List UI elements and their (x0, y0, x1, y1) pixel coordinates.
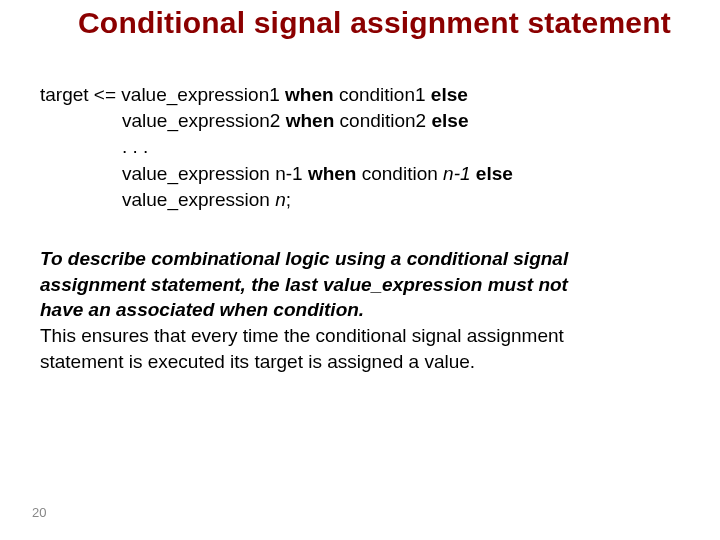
text: condition1 (334, 84, 431, 105)
syntax-line-5: value_expression n; (40, 187, 700, 213)
desc-line-4: This ensures that every time the conditi… (40, 323, 680, 349)
keyword-else: else (476, 163, 513, 184)
desc-line-3: have an associated when condition. (40, 297, 680, 323)
keyword-when: when (308, 163, 357, 184)
desc-line-1: To describe combinational logic using a … (40, 246, 680, 272)
text-italic: n-1 (443, 163, 476, 184)
keyword-else: else (431, 84, 468, 105)
text: condition2 (334, 110, 431, 131)
syntax-line-1: target <= value_expression1 when conditi… (40, 82, 700, 108)
syntax-block: target <= value_expression1 when conditi… (40, 82, 700, 213)
syntax-line-2: value_expression2 when condition2 else (40, 108, 700, 134)
keyword-when: when (285, 84, 334, 105)
desc-line-5: statement is executed its target is assi… (40, 349, 680, 375)
text: value_expression2 (122, 110, 286, 131)
slide: Conditional signal assignment statement … (0, 0, 720, 540)
keyword-else: else (431, 110, 468, 131)
text: target <= value_expression1 (40, 84, 285, 105)
text: ; (286, 189, 291, 210)
keyword-when: when (286, 110, 335, 131)
description-block: To describe combinational logic using a … (40, 246, 680, 374)
syntax-line-4: value_expression n-1 when condition n-1 … (40, 161, 700, 187)
slide-title: Conditional signal assignment statement (78, 6, 710, 40)
text: value_expression (122, 189, 275, 210)
text: condition (356, 163, 443, 184)
syntax-line-3: . . . (40, 134, 700, 160)
text-italic: n (275, 189, 286, 210)
text: value_expression n-1 (122, 163, 308, 184)
desc-line-2: assignment statement, the last value_exp… (40, 272, 680, 298)
page-number: 20 (32, 505, 46, 520)
